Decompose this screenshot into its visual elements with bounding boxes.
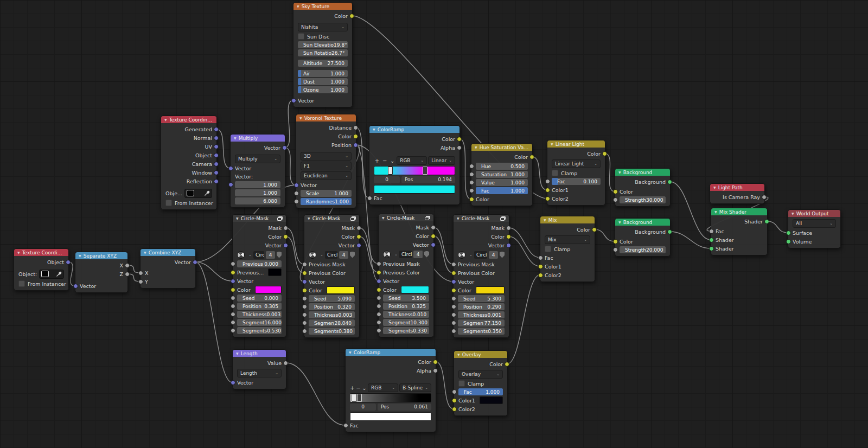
dropdown-mix[interactable]: Mix⌄ — [545, 235, 590, 244]
input-socket-seed[interactable] — [302, 296, 307, 301]
collapse-arrow-icon[interactable]: ▼ — [792, 212, 794, 215]
value-field-seed[interactable]: Seed3.500 — [383, 295, 429, 302]
group-user-count[interactable]: 4 — [413, 251, 423, 258]
dropdown-overlay[interactable]: Overlay⌄ — [458, 370, 503, 379]
node-editor-canvas[interactable]: ▼Sky TextureColorNishita⌄Sun DiscSun Ele… — [0, 0, 868, 448]
dropdown-nishita[interactable]: Nishita⌄ — [298, 23, 348, 31]
output-socket-vector[interactable] — [193, 260, 197, 265]
input-socket-strength[interactable] — [613, 247, 618, 252]
output-socket-color[interactable] — [356, 234, 361, 239]
value-field-fac[interactable]: Fac1.000 — [458, 388, 503, 395]
input-socket-previous[interactable] — [231, 261, 235, 266]
output-socket-color[interactable] — [506, 234, 511, 239]
eyedropper-icon[interactable] — [56, 271, 62, 277]
input-socket-color[interactable] — [231, 287, 235, 292]
output-socket-color[interactable] — [349, 14, 354, 18]
node-colorramp2[interactable]: ▼ColorRampColorAlpha+−⌄RGB⌄B-Spline⌄0Pos… — [345, 348, 436, 432]
colorramp-gradient[interactable] — [374, 166, 455, 175]
collapse-arrow-icon[interactable]: ▼ — [457, 353, 460, 356]
input-socket-position[interactable] — [302, 304, 307, 309]
group-user-count[interactable]: 4 — [339, 251, 348, 259]
node-header[interactable]: ▼Length — [233, 350, 286, 357]
ramp-handle[interactable] — [352, 394, 356, 402]
checkbox-from-instancer[interactable] — [165, 200, 172, 206]
collapse-arrow-icon[interactable]: ▼ — [457, 216, 459, 220]
input-socket-value[interactable] — [469, 180, 474, 185]
node-overlay[interactable]: ▼OverlayColorOverlay⌄ClampFac1.000Color1… — [454, 350, 508, 416]
output-socket-position[interactable] — [353, 143, 358, 148]
input-socket-hue[interactable] — [469, 164, 474, 169]
node-bg2[interactable]: ▼BackgroundBackgroundColorStrength20.000 — [615, 218, 671, 257]
node-mixshader[interactable]: ▼Mix ShaderShaderFacShaderShader — [711, 208, 768, 255]
node-header[interactable]: ▼Multiply — [231, 135, 285, 142]
collapse-arrow-icon[interactable]: ▼ — [382, 216, 385, 220]
input-socket-fac[interactable] — [709, 229, 714, 234]
collapse-arrow-icon[interactable]: ▼ — [618, 170, 621, 174]
fake-user-shield-icon[interactable] — [350, 252, 355, 258]
color-swatch[interactable] — [350, 412, 431, 421]
input-socket-vector[interactable] — [231, 279, 235, 284]
input-socket-previous-color[interactable] — [376, 270, 381, 275]
output-socket-z[interactable] — [125, 272, 130, 277]
interpolation-dropdown[interactable]: Linear⌄ — [428, 156, 455, 165]
collapse-arrow-icon[interactable]: ▼ — [618, 220, 621, 224]
color-swatch[interactable] — [480, 396, 503, 404]
input-socket-segments[interactable] — [451, 329, 456, 334]
value-field-segments[interactable]: Segments0.350 — [458, 328, 505, 335]
dropdown-f1[interactable]: F1⌄ — [301, 162, 352, 170]
output-socket-window[interactable] — [214, 170, 219, 175]
value-field-randomnes[interactable]: Randomnes1.000 — [301, 198, 352, 205]
checkbox-clamp[interactable] — [458, 380, 465, 387]
collapse-arrow-icon[interactable]: ▼ — [349, 350, 352, 354]
value-field-segment[interactable]: Segment10.300 — [383, 319, 429, 326]
output-socket-color[interactable] — [433, 360, 438, 364]
node-header[interactable]: ▼Circle-Mask — [454, 215, 509, 222]
input-socket-thickness[interactable] — [451, 312, 456, 317]
value-field-ozone[interactable]: Ozone1.000 — [298, 86, 348, 93]
collapse-arrow-icon[interactable]: ▼ — [713, 185, 716, 189]
input-socket-position[interactable] — [451, 304, 456, 309]
value-field-segments[interactable]: Segments0.530 — [237, 327, 282, 334]
input-socket-vector[interactable] — [376, 279, 381, 284]
input-socket-color[interactable] — [302, 288, 307, 293]
output-socket-alpha[interactable] — [457, 145, 462, 150]
output-socket-vector[interactable] — [431, 242, 436, 247]
input-socket-fac[interactable] — [343, 423, 348, 428]
fake-user-shield-icon[interactable] — [500, 252, 505, 258]
node-header[interactable]: ▼Mix Shader — [711, 208, 767, 215]
collapse-arrow-icon[interactable]: ▼ — [164, 118, 167, 121]
node-linearlight[interactable]: ▼Linear LightColorLinear Light⌄ClampFac0… — [547, 140, 605, 206]
output-socket-normal[interactable] — [214, 136, 219, 140]
color-swatch[interactable] — [401, 286, 429, 293]
dropdown-3d[interactable]: 3D⌄ — [301, 152, 352, 161]
input-socket-segments[interactable] — [231, 328, 235, 333]
group-user-count[interactable]: 4 — [489, 251, 498, 259]
input-socket-shader[interactable] — [709, 246, 714, 251]
value-field-seed[interactable]: Seed5.090 — [309, 295, 355, 302]
group-name-field[interactable]: Circle- — [399, 251, 412, 258]
collapse-arrow-icon[interactable]: ▼ — [236, 351, 239, 355]
input-socket-randomnes[interactable] — [294, 199, 299, 204]
value-field-vector[interactable]: 1.000 — [235, 181, 280, 188]
color-swatch[interactable] — [255, 286, 282, 293]
output-socket-mask[interactable] — [283, 226, 288, 231]
input-socket-color[interactable] — [451, 288, 456, 293]
node-cm1[interactable]: ▼Circle-MaskMaskColorVector⌄Circle-4Prev… — [232, 214, 286, 337]
input-socket-shader[interactable] — [709, 238, 714, 242]
value-field-scale[interactable]: Scale1.000 — [301, 190, 352, 197]
group-name-field[interactable]: Circle — [325, 251, 337, 259]
input-socket-vector[interactable] — [231, 380, 235, 385]
output-socket-vector[interactable] — [356, 243, 361, 248]
ramp-menu-button[interactable]: ⌄ — [389, 157, 395, 164]
node-worldout[interactable]: ▼World OutputAll⌄SurfaceVolume — [788, 209, 841, 248]
value-field-thickness[interactable]: Thickness0.003 — [237, 311, 282, 318]
group-user-count[interactable]: 4 — [266, 251, 275, 259]
eyedropper-icon[interactable] — [204, 190, 210, 196]
node-tc1[interactable]: ▼Texture CoordinateGeneratedNormalUVObje… — [161, 116, 217, 210]
output-socket-shader[interactable] — [764, 219, 769, 224]
input-socket-previous-color[interactable] — [451, 271, 456, 276]
colorramp-gradient[interactable] — [350, 393, 431, 402]
node-header[interactable]: ▼Circle-Mask — [304, 215, 359, 222]
ramp-handle[interactable] — [388, 167, 393, 175]
output-socket-value[interactable] — [283, 361, 288, 366]
